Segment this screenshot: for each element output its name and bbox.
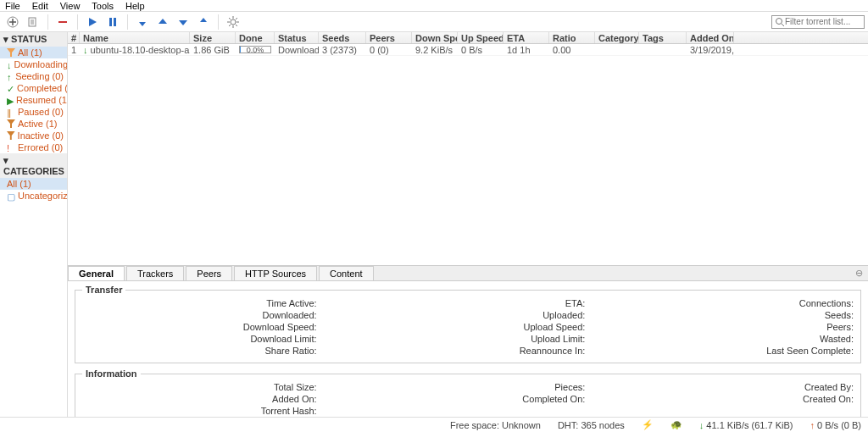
col-tags[interactable]: Tags [639,32,687,43]
sidebar-cat-uncategorized[interactable]: ▢Uncategorized (1) [0,190,67,202]
col-name[interactable]: Name [80,32,190,43]
close-details-button[interactable]: ⊖ [853,268,865,280]
cell-done: 0.0% [236,44,275,55]
filter-icon [7,131,15,140]
status-dht: DHT: 365 nodes [558,420,625,430]
cell-eta: 1d 1h [504,44,549,55]
sidebar-status-paused[interactable]: ‖Paused (0) [0,106,67,118]
col-seeds[interactable]: Seeds [319,32,366,43]
sidebar-status-all[interactable]: All (1) [0,47,67,58]
alt-speed-icon[interactable]: 🐢 [670,419,682,430]
menu-edit[interactable]: Edit [32,1,48,11]
toolbar [0,12,868,32]
pause-icon: ‖ [7,108,15,116]
col-peers[interactable]: Peers [366,32,412,43]
lbl-last-seen: Last Seen Complete: [766,346,854,356]
toolbar-separator [77,14,78,30]
lbl-share-ratio: Share Ratio: [265,346,317,356]
cell-added: 3/19/2019, 10… [687,44,734,55]
transfer-legend: Transfer [82,285,125,295]
cell-status: Downloading [275,44,319,55]
sidebar: ▾ STATUS All (1) ↓Downloading (1) ↑Seedi… [0,32,68,417]
filter-input[interactable] [785,17,861,26]
tab-http-sources[interactable]: HTTP Sources [234,266,317,280]
sidebar-status-active[interactable]: Active (1) [0,118,67,130]
col-up-speed[interactable]: Up Speed [458,32,504,43]
lbl-pieces: Pieces: [554,382,585,392]
add-torrent-file-button[interactable] [24,14,42,30]
pause-button[interactable] [103,14,122,30]
filter-search[interactable] [771,15,865,29]
connection-status-icon[interactable]: ⚡ [642,419,654,430]
col-category[interactable]: Category [595,32,639,43]
status-upload-rate[interactable]: ↑ 0 B/s (0 B) [810,420,861,430]
lbl-time-active: Time Active: [266,298,317,308]
status-free-space: Free space: Unknown [450,420,541,430]
move-bottom-button[interactable] [194,14,213,30]
lbl-seeds: Seeds: [825,310,854,320]
resume-button[interactable] [83,14,102,30]
folder-icon: ▢ [7,191,15,200]
col-eta[interactable]: ETA [504,32,549,43]
menu-view[interactable]: View [60,1,81,11]
move-top-button[interactable] [133,14,152,30]
cell-name: ↓ ubuntu-18.10-desktop-amd64.iso [80,44,190,55]
menu-help[interactable]: Help [125,1,145,11]
cell-size: 1.86 GiB [190,44,236,55]
tab-content[interactable]: Content [319,266,374,280]
cell-index: 1 [68,44,80,55]
download-icon: ↓ [7,60,12,69]
sidebar-status-completed[interactable]: ✓Completed (0) [0,82,67,94]
lbl-eta: ETA: [565,298,586,308]
torrent-row[interactable]: 1 ↓ ubuntu-18.10-desktop-amd64.iso 1.86 … [68,44,868,56]
lbl-dl-limit: Download Limit: [250,334,316,344]
play-icon: ▶ [7,96,14,104]
lbl-wasted: Wasted: [820,334,854,344]
col-done[interactable]: Done [236,32,275,43]
col-down-speed[interactable]: Down Speed [412,32,458,43]
information-legend: Information [82,368,141,379]
sidebar-status-inactive[interactable]: Inactive (0) [0,130,67,141]
sidebar-status-downloading[interactable]: ↓Downloading (1) [0,58,67,70]
lbl-added-on: Added On: [272,394,317,404]
status-download-rate[interactable]: ↓ 41.1 KiB/s (61.7 KiB) [699,420,793,430]
tab-general[interactable]: General [68,266,125,280]
lbl-ul-speed: Upload Speed: [524,322,586,332]
search-icon [775,17,785,27]
col-status[interactable]: Status [275,32,319,43]
delete-button[interactable] [53,14,72,30]
sidebar-status-resumed[interactable]: ▶Resumed (1) [0,94,67,106]
move-down-button[interactable] [174,14,192,30]
cell-peers: 0 (0) [366,44,412,55]
col-added[interactable]: Added On [687,32,734,43]
col-size[interactable]: Size [190,32,236,43]
sidebar-status-header[interactable]: ▾ STATUS [0,32,67,47]
tab-trackers[interactable]: Trackers [126,266,184,280]
status-bar: Free space: Unknown DHT: 365 nodes ⚡ 🐢 ↓… [0,417,868,432]
upload-icon: ↑ [7,72,13,80]
upload-arrow-icon: ↑ [810,420,815,430]
menu-tools[interactable]: Tools [92,1,114,11]
lbl-peers: Peers: [826,322,854,332]
cell-tags [639,44,687,55]
sidebar-cat-all[interactable]: All (1) [0,178,67,190]
tab-peers[interactable]: Peers [186,266,232,280]
move-up-button[interactable] [153,14,172,30]
torrent-list: 1 ↓ ubuntu-18.10-desktop-amd64.iso 1.86 … [68,44,868,265]
lbl-created-on: Created On: [803,394,854,404]
sidebar-status-seeding[interactable]: ↑Seeding (0) [0,70,67,82]
toolbar-separator [218,14,219,30]
lbl-dl-speed: Download Speed: [243,322,317,332]
col-index[interactable]: # [68,32,80,43]
menu-file[interactable]: File [5,1,20,11]
sidebar-categories-header[interactable]: ▾ CATEGORIES [0,153,67,178]
download-icon: ↓ [83,45,88,55]
sidebar-status-errored[interactable]: !Errored (0) [0,141,67,153]
filter-icon [7,119,15,128]
lbl-uploaded: Uploaded: [542,310,585,320]
col-ratio[interactable]: Ratio [549,32,595,43]
details-panel: Transfer Time Active: ETA: Connections: … [68,281,868,417]
preferences-button[interactable] [224,14,242,30]
lbl-reannounce: Reannounce In: [520,346,586,356]
add-torrent-link-button[interactable] [3,14,22,30]
